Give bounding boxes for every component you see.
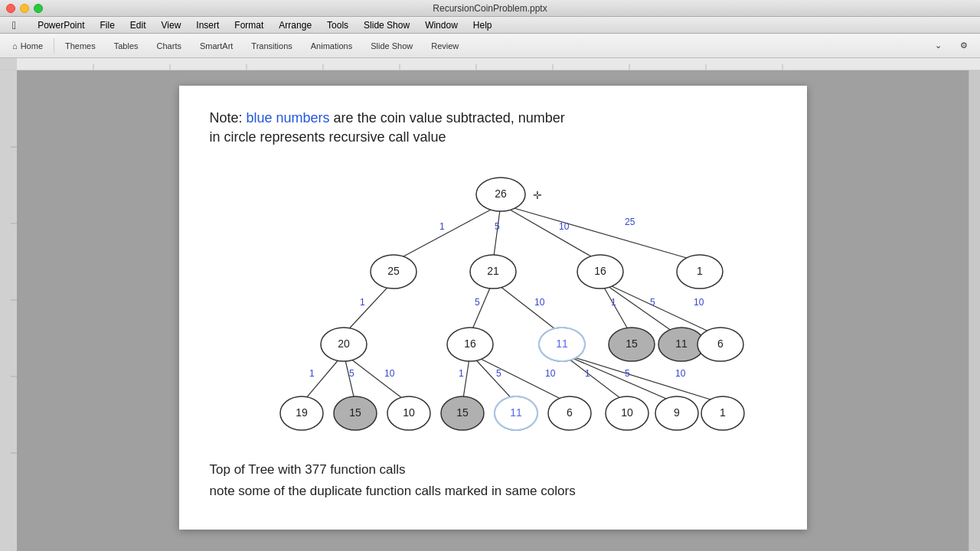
svg-text:26: 26: [495, 187, 507, 200]
svg-line-20: [501, 204, 700, 262]
main-area: Note: blue numbers are the coin value su…: [0, 70, 980, 551]
svg-text:1: 1: [309, 368, 315, 379]
svg-text:19: 19: [296, 406, 308, 419]
close-button[interactable]: [6, 4, 15, 13]
svg-text:1: 1: [439, 221, 445, 232]
svg-text:6: 6: [567, 406, 573, 419]
svg-text:10: 10: [621, 406, 633, 419]
toolbar-review[interactable]: Review: [422, 38, 468, 54]
toolbar-smartart[interactable]: SmartArt: [191, 38, 242, 54]
svg-text:1: 1: [585, 368, 590, 379]
maximize-button[interactable]: [34, 4, 43, 13]
svg-text:5: 5: [496, 368, 501, 379]
toolbar-themes[interactable]: Themes: [56, 38, 105, 54]
svg-text:10: 10: [534, 297, 545, 308]
svg-text:1: 1: [360, 297, 365, 308]
traffic-lights: [6, 4, 43, 13]
svg-text:9: 9: [674, 406, 680, 419]
svg-text:15: 15: [349, 406, 361, 419]
svg-text:25: 25: [625, 217, 635, 227]
svg-text:15: 15: [456, 406, 469, 419]
slide-panel[interactable]: Note: blue numbers are the coin value su…: [17, 70, 969, 551]
svg-line-19: [501, 204, 600, 262]
toolbar-settings[interactable]: ⚙: [951, 37, 977, 54]
toolbar-slideshow[interactable]: Slide Show: [361, 38, 422, 54]
toolbar-expand[interactable]: ⌄: [926, 37, 951, 54]
apple-menu[interactable]: : [6, 18, 22, 33]
svg-text:5: 5: [650, 297, 655, 308]
menu-help[interactable]: Help: [467, 18, 498, 32]
svg-text:10: 10: [384, 368, 395, 379]
home-icon: ⌂: [12, 41, 18, 51]
window-title: RecursionCoinProblem.pptx: [433, 3, 547, 14]
svg-text:5: 5: [495, 221, 500, 232]
svg-line-43: [562, 354, 627, 403]
svg-text:25: 25: [387, 265, 400, 277]
svg-text:11: 11: [510, 406, 522, 419]
svg-text:5: 5: [475, 297, 480, 308]
menu-powerpoint[interactable]: PowerPoint: [31, 18, 90, 32]
menu-format[interactable]: Format: [228, 18, 270, 32]
menu-tools[interactable]: Tools: [321, 18, 354, 32]
svg-text:1: 1: [697, 265, 703, 277]
toolbar-charts[interactable]: Charts: [148, 38, 191, 54]
menu-edit[interactable]: Edit: [124, 18, 152, 32]
svg-line-28: [600, 281, 631, 334]
svg-line-25: [344, 281, 394, 334]
slide: Note: blue numbers are the coin value su…: [179, 86, 807, 530]
svg-text:10: 10: [403, 406, 415, 419]
toolbar-divider-1: [54, 38, 54, 54]
toolbar-transitions[interactable]: Transitions: [242, 38, 301, 54]
toolbar-home-label: Home: [21, 41, 43, 51]
menu-view[interactable]: View: [155, 18, 188, 32]
svg-text:11: 11: [556, 337, 568, 350]
tree-diagram: .node-circle { fill: white; stroke: #333…: [210, 162, 792, 453]
svg-text:21: 21: [487, 265, 499, 277]
svg-text:1: 1: [720, 406, 726, 419]
svg-line-17: [394, 204, 501, 262]
note-blue: blue numbers: [247, 110, 330, 126]
svg-text:10: 10: [675, 368, 686, 379]
svg-text:5: 5: [625, 368, 630, 379]
svg-text:10: 10: [559, 221, 570, 232]
bottom-text: Top of Tree with 377 function calls note…: [210, 459, 776, 500]
titlebar: RecursionCoinProblem.pptx: [0, 0, 980, 17]
toolbar-tables[interactable]: Tables: [105, 38, 148, 54]
svg-rect-0: [17, 58, 980, 70]
menu-slideshow[interactable]: Slide Show: [358, 18, 416, 32]
menu-arrange[interactable]: Arrange: [273, 18, 318, 32]
note-text: Note: blue numbers are the coin value su…: [210, 109, 776, 147]
svg-text:16: 16: [594, 265, 606, 277]
svg-text:✛: ✛: [533, 189, 542, 201]
note-line2: in circle represents recursive call valu…: [210, 129, 446, 145]
svg-text:20: 20: [338, 337, 350, 350]
svg-rect-11: [0, 70, 17, 551]
note-rest: are the coin value subtracted, number: [330, 110, 565, 126]
bottom-line2: note some of the duplicate function call…: [210, 484, 576, 498]
menu-file[interactable]: File: [94, 18, 121, 32]
menu-window[interactable]: Window: [419, 18, 464, 32]
svg-line-44: [562, 354, 677, 403]
ruler-corner: [0, 58, 17, 70]
svg-text:1: 1: [611, 297, 616, 308]
svg-line-18: [493, 204, 501, 262]
svg-text:1: 1: [459, 368, 464, 379]
svg-text:5: 5: [349, 368, 354, 379]
svg-line-29: [600, 281, 677, 334]
menubar:  PowerPoint File Edit View Insert Forma…: [0, 17, 980, 34]
toolbar-animations[interactable]: Animations: [302, 38, 361, 54]
tree-svg: .node-circle { fill: white; stroke: #333…: [210, 162, 792, 453]
svg-text:11: 11: [675, 337, 688, 350]
svg-text:16: 16: [464, 337, 476, 350]
scrollbar-vertical[interactable]: [969, 70, 980, 551]
svg-text:6: 6: [717, 337, 724, 350]
minimize-button[interactable]: [20, 4, 29, 13]
ruler-horizontal: [0, 58, 980, 70]
note-prefix: Note:: [210, 110, 247, 126]
svg-text:10: 10: [694, 297, 704, 308]
menu-insert[interactable]: Insert: [190, 18, 225, 32]
svg-line-27: [493, 281, 562, 334]
svg-text:15: 15: [626, 337, 638, 350]
toolbar-home[interactable]: ⌂ Home: [3, 38, 52, 54]
ruler-vertical: [0, 70, 17, 551]
